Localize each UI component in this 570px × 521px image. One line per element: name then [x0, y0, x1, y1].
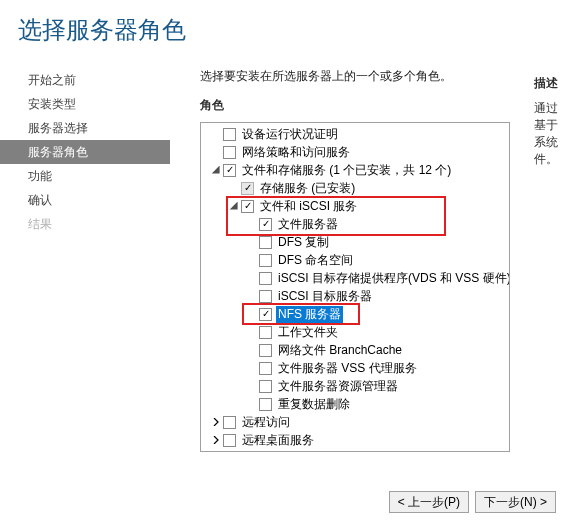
tree-label[interactable]: 网络文件 BranchCache	[276, 342, 404, 359]
tree-row[interactable]: 网络文件 BranchCache	[203, 341, 507, 359]
tree-row[interactable]: 文件服务器资源管理器	[203, 377, 507, 395]
checkbox[interactable]	[223, 452, 236, 453]
tree-label[interactable]: 文件和存储服务 (1 个已安装，共 12 个)	[240, 162, 453, 179]
tree-row[interactable]: 网络策略和访问服务	[203, 143, 507, 161]
tree-row[interactable]: 文件和存储服务 (1 个已安装，共 12 个)	[203, 161, 507, 179]
tree-label[interactable]: 工作文件夹	[276, 324, 340, 341]
expander-placeholder	[245, 361, 259, 375]
checkbox[interactable]	[259, 254, 272, 267]
tree-row[interactable]: 文件服务器	[203, 215, 507, 233]
tree-row[interactable]: 存储服务 (已安装)	[203, 179, 507, 197]
checkbox[interactable]	[259, 236, 272, 249]
expander-placeholder	[245, 397, 259, 411]
checkbox[interactable]	[259, 344, 272, 357]
expander-placeholder	[227, 181, 241, 195]
tree-row[interactable]: 文件和 iSCSI 服务	[203, 197, 507, 215]
tree-row[interactable]: 工作文件夹	[203, 323, 507, 341]
expander-placeholder	[245, 253, 259, 267]
checkbox[interactable]	[241, 182, 254, 195]
description-heading: 描述	[534, 75, 570, 92]
tree-row[interactable]: iSCSI 目标存储提供程序(VDS 和 VSS 硬件)	[203, 269, 507, 287]
checkbox[interactable]	[259, 272, 272, 285]
nav-item-6: 结果	[0, 212, 170, 236]
checkbox[interactable]	[259, 218, 272, 231]
expander-placeholder	[245, 343, 259, 357]
checkbox[interactable]	[223, 128, 236, 141]
tree-row[interactable]: NFS 服务器	[203, 305, 507, 323]
tree-row[interactable]: 重复数据删除	[203, 395, 507, 413]
checkbox[interactable]	[259, 290, 272, 303]
nav-item-3[interactable]: 服务器角色	[0, 140, 170, 164]
collapse-icon[interactable]	[227, 199, 241, 213]
next-button[interactable]: 下一步(N) >	[475, 491, 556, 513]
tree-label[interactable]: 远程访问	[240, 414, 292, 431]
nav-item-0[interactable]: 开始之前	[0, 68, 170, 92]
tree-row[interactable]: DFS 复制	[203, 233, 507, 251]
tree-row[interactable]: 设备运行状况证明	[203, 125, 507, 143]
description-panel: 描述 通过 基于 系统 件。	[534, 75, 570, 168]
checkbox[interactable]	[259, 308, 272, 321]
tree-row[interactable]: iSCSI 目标服务器	[203, 287, 507, 305]
expander-placeholder	[245, 289, 259, 303]
tree-label[interactable]: 远程桌面服务	[240, 432, 316, 449]
tree-label[interactable]: iSCSI 目标存储提供程序(VDS 和 VSS 硬件)	[276, 270, 510, 287]
tree-label[interactable]: iSCSI 目标服务器	[276, 288, 374, 305]
tree-row[interactable]: DFS 命名空间	[203, 251, 507, 269]
expander-placeholder	[209, 145, 223, 159]
expander-placeholder	[245, 235, 259, 249]
collapse-icon[interactable]	[209, 163, 223, 177]
tree-label[interactable]: 文件服务器 VSS 代理服务	[276, 360, 419, 377]
expander-placeholder	[245, 325, 259, 339]
tree-label[interactable]: 文件服务器	[276, 216, 340, 233]
tree-label[interactable]: 文件和 iSCSI 服务	[258, 198, 359, 215]
roles-heading: 角色	[200, 97, 570, 114]
expand-icon[interactable]	[209, 415, 223, 429]
checkbox[interactable]	[241, 200, 254, 213]
checkbox[interactable]	[223, 416, 236, 429]
checkbox[interactable]	[259, 326, 272, 339]
nav-item-4[interactable]: 功能	[0, 164, 170, 188]
nav-item-1[interactable]: 安装类型	[0, 92, 170, 116]
nav-item-5[interactable]: 确认	[0, 188, 170, 212]
instruction-text: 选择要安装在所选服务器上的一个或多个角色。	[200, 68, 570, 85]
checkbox[interactable]	[223, 146, 236, 159]
wizard-nav: 开始之前安装类型服务器选择服务器角色功能确认结果	[0, 68, 170, 452]
expander-placeholder	[245, 217, 259, 231]
tree-label[interactable]: 文件服务器资源管理器	[276, 378, 400, 395]
expander-placeholder	[245, 307, 259, 321]
tree-label[interactable]: DFS 命名空间	[276, 252, 355, 269]
page-title: 选择服务器角色	[0, 0, 570, 46]
expander-placeholder	[209, 451, 223, 452]
expander-placeholder	[209, 127, 223, 141]
expand-icon[interactable]	[209, 433, 223, 447]
checkbox[interactable]	[259, 380, 272, 393]
checkbox[interactable]	[223, 164, 236, 177]
roles-tree[interactable]: 设备运行状况证明网络策略和访问服务文件和存储服务 (1 个已安装，共 12 个)…	[200, 122, 510, 452]
checkbox[interactable]	[223, 434, 236, 447]
tree-label[interactable]: 设备运行状况证明	[240, 126, 340, 143]
checkbox[interactable]	[259, 362, 272, 375]
tree-row[interactable]: 文件服务器 VSS 代理服务	[203, 359, 507, 377]
tree-label[interactable]: DFS 复制	[276, 234, 331, 251]
expander-placeholder	[245, 271, 259, 285]
tree-label[interactable]: 网络策略和访问服务	[240, 144, 352, 161]
tree-label[interactable]: 主机保护者服务	[240, 450, 328, 453]
tree-label[interactable]: 存储服务 (已安装)	[258, 180, 357, 197]
description-body: 通过 基于 系统 件。	[534, 100, 570, 168]
tree-row[interactable]: 主机保护者服务	[203, 449, 507, 452]
prev-button[interactable]: < 上一步(P)	[389, 491, 469, 513]
tree-row[interactable]: 远程访问	[203, 413, 507, 431]
expander-placeholder	[245, 379, 259, 393]
checkbox[interactable]	[259, 398, 272, 411]
tree-row[interactable]: 远程桌面服务	[203, 431, 507, 449]
tree-label[interactable]: NFS 服务器	[276, 306, 343, 323]
tree-label[interactable]: 重复数据删除	[276, 396, 352, 413]
nav-item-2[interactable]: 服务器选择	[0, 116, 170, 140]
